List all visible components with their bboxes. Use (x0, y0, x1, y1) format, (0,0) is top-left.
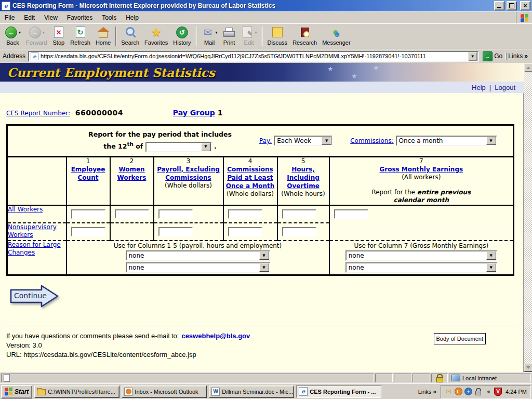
reason-for-large-changes-link[interactable]: Reason for Large Changes (8, 241, 61, 256)
commissions-select[interactable]: Once a month▼ (396, 136, 497, 146)
dropdown-arrow-icon[interactable]: ▼ (486, 251, 496, 260)
mail-label: Mail (204, 39, 215, 46)
history-button[interactable]: ↺ History (170, 25, 193, 48)
tray-mail-icon[interactable]: ✉ (445, 388, 453, 395)
tray-reminder-clock-icon[interactable] (455, 388, 462, 395)
reason-col7-select-2[interactable]: none▼ (345, 262, 497, 273)
ces-report-number-link[interactable]: CES Report Number: (6, 110, 70, 117)
tray-padlock-icon[interactable] (474, 388, 482, 395)
employee-count-link[interactable]: Employee Count (67, 165, 110, 182)
col-number: 4 (224, 157, 277, 165)
reason-cols15-select-2[interactable]: none▼ (126, 262, 270, 273)
pay-link[interactable]: Pay: (259, 137, 272, 144)
toolbar-separator (196, 26, 197, 46)
tray-antivirus-shield-icon[interactable]: V (494, 388, 502, 395)
dropdown-arrow-icon[interactable]: ▼ (486, 137, 496, 145)
edit-button[interactable]: ✎▾ Edit (238, 25, 260, 48)
dropdown-arrow-icon[interactable]: ▼ (486, 263, 496, 272)
vertical-scrollbar[interactable] (523, 63, 532, 372)
body-of-document-button[interactable]: Body of Document (434, 333, 486, 344)
hours-link[interactable]: Hours, Including Overtime (278, 165, 329, 190)
close-button[interactable]: × (520, 1, 530, 10)
gross-monthly-earnings-input[interactable] (334, 209, 368, 219)
menu-file[interactable]: File (0, 12, 19, 23)
dropdown-arrow-icon[interactable]: ▼ (322, 137, 331, 145)
cell-nonsup-col2-empty (110, 223, 154, 241)
nonsup-employee-count-input[interactable] (71, 227, 105, 236)
reason-cols15-select-1[interactable]: none▼ (126, 250, 270, 261)
menu-favorites[interactable]: Favorites (62, 12, 97, 23)
all-workers-hours-input[interactable] (282, 209, 316, 219)
menu-help[interactable]: Help (121, 12, 143, 23)
women-workers-link[interactable]: Women Workers (111, 165, 153, 182)
stop-button[interactable]: ✕ Stop (49, 25, 68, 48)
dropdown-arrow-icon[interactable]: ▼ (259, 263, 269, 272)
messenger-button[interactable]: ☻☻ Messenger (320, 25, 353, 48)
all-workers-link[interactable]: All Workers (8, 206, 43, 213)
menu-edit[interactable]: Edit (19, 12, 39, 23)
address-dropdown-button[interactable]: ▼ (468, 51, 477, 61)
tray-speaker-icon[interactable]: ◄ (484, 388, 492, 395)
continue-button[interactable]: Continue (9, 284, 61, 308)
home-button[interactable]: Home (93, 25, 113, 48)
dropdown-arrow-icon[interactable]: ▼ (201, 143, 211, 151)
all-workers-commissions-input[interactable] (228, 209, 262, 219)
start-button[interactable]: Start (1, 385, 32, 398)
pay-frequency-select[interactable]: Each Week▼ (274, 136, 332, 146)
col-header-1: 1 Employee Count (66, 157, 110, 206)
favorites-button[interactable]: ★ Favorites (142, 25, 170, 48)
forward-button[interactable]: →▾ Forward (23, 25, 49, 48)
all-workers-payroll-input[interactable] (158, 209, 193, 219)
back-dropdown-icon[interactable]: ▾ (19, 30, 21, 35)
tray-network-globe-icon[interactable]: + (464, 388, 472, 395)
commissions-link[interactable]: Commissions: (350, 137, 394, 144)
commissions-group: Commissions: Once a month▼ (350, 136, 497, 146)
address-input[interactable]: e https://cesdata.bls.gov/CESLite/entryF… (28, 51, 479, 62)
task-outlook-inbox[interactable]: Inbox - Microsoft Outlook (122, 385, 207, 398)
discuss-button[interactable]: Discuss (265, 25, 290, 48)
commissions-paid-link[interactable]: Commissions Paid at Least Once a Month (224, 165, 277, 190)
back-button[interactable]: ←▾ Back (2, 25, 23, 48)
all-workers-women-workers-input[interactable] (115, 209, 149, 219)
menu-view[interactable]: View (39, 12, 62, 23)
print-button[interactable]: Print (220, 25, 238, 48)
scroll-up-button[interactable] (524, 63, 532, 72)
scroll-down-button[interactable] (524, 363, 532, 372)
minimize-button[interactable] (494, 1, 504, 10)
dropdown-arrow-icon[interactable]: ▼ (259, 251, 269, 260)
mail-button[interactable]: ✉▾ Mail (199, 25, 220, 48)
status-bar: Local intranet (0, 372, 532, 383)
nonsupervisory-workers-link[interactable]: Nonsupervisory Workers (8, 223, 57, 238)
favorites-label: Favorites (144, 39, 168, 46)
task-explorer-window[interactable]: C:\WINNT\Profiles\Harre... (34, 385, 119, 398)
gross-monthly-earnings-link[interactable]: Gross Monthly Earnings (379, 165, 463, 174)
pay-period-select[interactable]: ▼ (145, 142, 212, 152)
help-email-link[interactable]: ceswebhelp@bls.gov (181, 332, 250, 340)
research-button[interactable]: Research (290, 25, 320, 48)
address-url[interactable]: https://cesdata.bls.gov/CESLite/entryFor… (41, 53, 466, 59)
logout-link[interactable]: Logout (495, 84, 515, 91)
search-button[interactable]: Search (118, 25, 142, 48)
pay-period-period: . (214, 142, 217, 150)
taskbar-links-toolbar[interactable]: Links » (418, 388, 438, 395)
favorites-star-icon: ★ (150, 26, 163, 39)
nonsupervisory-row-label: Nonsupervisory Workers (7, 223, 66, 241)
go-button[interactable]: → Go (482, 51, 503, 61)
help-link[interactable]: Help (472, 84, 486, 91)
payroll-link[interactable]: Payroll, Excluding Commissions (154, 165, 223, 182)
reason-col7-select-1[interactable]: none▼ (345, 250, 497, 261)
links-toolbar[interactable]: Links » (506, 52, 529, 60)
nonsup-hours-input[interactable] (282, 227, 316, 236)
flag-star-decoration: ★ (351, 72, 357, 80)
menu-tools[interactable]: Tools (97, 12, 121, 23)
mail-dropdown-icon[interactable]: ▾ (216, 30, 218, 35)
header-spacer-cell (7, 157, 66, 206)
task-word-document[interactable]: W Dillman Seminar.doc - Mic... (209, 385, 294, 398)
refresh-button[interactable]: ↻ Refresh (68, 25, 93, 48)
nonsup-commissions-input[interactable] (228, 227, 262, 236)
task-ces-reporting-form[interactable]: e CES Reporting Form - ... (296, 385, 381, 398)
maximize-button[interactable] (507, 1, 517, 10)
pay-group-link[interactable]: Pay Group (173, 109, 215, 117)
nonsup-payroll-input[interactable] (158, 227, 193, 236)
all-workers-employee-count-input[interactable] (71, 209, 105, 219)
